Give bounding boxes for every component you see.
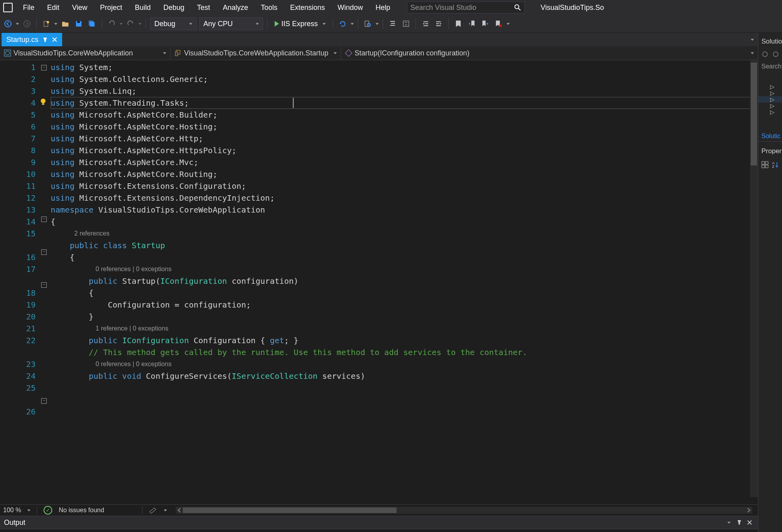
browser-chevron-icon[interactable] [351, 23, 354, 25]
nav-forward-button[interactable] [21, 18, 32, 29]
tree-item[interactable]: ▷ [758, 103, 782, 109]
menu-project[interactable]: Project [95, 2, 128, 13]
lightbulb-icon[interactable] [40, 98, 47, 105]
code-line[interactable]: using System.Threading.Tasks; [51, 97, 758, 109]
find-chevron-icon[interactable] [376, 23, 379, 25]
code-line[interactable]: using Microsoft.AspNetCore.Mvc; [51, 156, 758, 168]
undo-chevron-icon[interactable] [120, 23, 123, 25]
code-line[interactable]: using Microsoft.AspNetCore.Builder; [51, 109, 758, 121]
code-line[interactable]: public IConfiguration Configuration { ge… [51, 334, 758, 346]
fold-column[interactable]: −−−−− [41, 60, 51, 504]
horizontal-scrollbar[interactable] [176, 507, 752, 514]
menu-window[interactable]: Window [332, 2, 368, 13]
code-line[interactable]: public class Startup [51, 239, 758, 251]
prev-bookmark-button[interactable] [466, 18, 477, 29]
search-box[interactable]: Search Visual Studio [407, 2, 525, 13]
toolbar-overflow-chevron-icon[interactable] [507, 23, 510, 25]
code-line[interactable]: using Microsoft.Extensions.Configuration… [51, 180, 758, 192]
code-line[interactable]: // This method gets called by the runtim… [51, 346, 758, 358]
panel-pin-icon[interactable] [735, 518, 744, 527]
code-line[interactable]: using Microsoft.AspNetCore.Http; [51, 133, 758, 144]
menu-help[interactable]: Help [370, 2, 396, 13]
undo-button[interactable] [106, 18, 117, 29]
platform-dropdown[interactable]: Any CPU [199, 17, 263, 30]
code-line[interactable]: public Startup(IConfiguration configurat… [51, 275, 758, 287]
nav-back-button[interactable] [2, 18, 13, 29]
new-file-chevron-icon[interactable] [54, 23, 57, 25]
code-line[interactable]: } [51, 311, 758, 323]
menu-analyze[interactable]: Analyze [217, 2, 254, 13]
code-line[interactable]: using Microsoft.AspNetCore.Hosting; [51, 121, 758, 133]
fold-toggle[interactable]: − [41, 65, 47, 70]
codelens[interactable]: 0 references | 0 exceptions [51, 358, 758, 370]
tree-item[interactable]: ▷ [758, 84, 782, 90]
type-dropdown[interactable]: VisualStudioTips.CoreWebApplication.Star… [171, 46, 341, 60]
menu-build[interactable]: Build [129, 2, 156, 13]
uncomment-button[interactable] [400, 18, 412, 29]
code-line[interactable]: { [51, 251, 758, 263]
bookmark-button[interactable] [453, 18, 464, 29]
fold-toggle[interactable]: − [41, 217, 47, 222]
scroll-left-icon[interactable] [177, 507, 182, 513]
fold-toggle[interactable]: − [41, 282, 47, 288]
highlighter-icon[interactable] [149, 507, 158, 513]
vertical-scrollbar[interactable] [750, 60, 758, 497]
code-line[interactable]: using System.Collections.Generic; [51, 73, 758, 85]
new-file-button[interactable] [41, 18, 52, 29]
find-in-files-button[interactable] [362, 18, 373, 29]
tree-item[interactable]: ▷ [758, 90, 782, 96]
home-button[interactable] [761, 49, 769, 60]
code-line[interactable]: using Microsoft.Extensions.DependencyInj… [51, 192, 758, 204]
code-line[interactable]: Configuration = configuration; [51, 299, 758, 311]
sort-az-button[interactable]: AZ [771, 159, 780, 170]
open-file-button[interactable] [60, 18, 71, 29]
code-line[interactable]: using System.Linq; [51, 85, 758, 97]
solution-search[interactable]: Search [758, 61, 782, 72]
config-dropdown[interactable]: Debug [150, 17, 197, 30]
comment-out-button[interactable] [387, 18, 398, 29]
browser-refresh-button[interactable] [337, 18, 348, 29]
menu-debug[interactable]: Debug [158, 2, 190, 13]
code-line[interactable]: public void ConfigureServices(IServiceCo… [51, 370, 758, 382]
next-bookmark-button[interactable] [480, 18, 491, 29]
highlighter-chevron-icon[interactable] [164, 509, 167, 511]
code-line[interactable]: { [51, 216, 758, 228]
codelens[interactable]: 0 references | 0 exceptions [51, 263, 758, 275]
document-tab-startup[interactable]: Startup.cs [2, 33, 62, 46]
codelens[interactable]: 2 references [51, 228, 758, 239]
indent-right-button[interactable] [433, 18, 444, 29]
refresh-button[interactable] [771, 49, 780, 60]
clear-bookmark-button[interactable] [493, 18, 504, 29]
panel-close-icon[interactable] [745, 518, 754, 527]
close-icon[interactable] [52, 37, 57, 42]
codelens[interactable]: 1 reference | 0 exceptions [51, 323, 758, 334]
solution-explorer-tab[interactable]: Solutic [758, 131, 782, 141]
code-line[interactable]: namespace VisualStudioTips.CoreWebApplic… [51, 204, 758, 216]
issues-label[interactable]: No issues found [59, 507, 104, 514]
zoom-chevron-icon[interactable] [27, 509, 30, 511]
menu-file[interactable]: File [17, 2, 40, 13]
menu-tools[interactable]: Tools [255, 2, 283, 13]
menu-extensions[interactable]: Extensions [285, 2, 330, 13]
tree-item[interactable]: ▷ [758, 109, 782, 115]
pin-icon[interactable] [42, 37, 48, 42]
menu-view[interactable]: View [66, 2, 93, 13]
code-editor[interactable]: 1234567891011121314151617181920212223242… [0, 60, 758, 504]
scroll-right-icon[interactable] [746, 507, 751, 513]
panel-dropdown-icon[interactable] [725, 518, 733, 527]
zoom-level[interactable]: 100 % [3, 507, 21, 514]
run-button[interactable]: IIS Express [271, 20, 329, 28]
member-dropdown[interactable]: Startup(IConfiguration configuration) [341, 46, 758, 60]
code-line[interactable]: using Microsoft.AspNetCore.Routing; [51, 168, 758, 180]
nav-back-chevron-icon[interactable] [16, 23, 19, 25]
menu-test[interactable]: Test [192, 2, 216, 13]
code-line[interactable]: { [51, 287, 758, 299]
project-dropdown[interactable]: VisualStudioTips.CoreWebApplication [0, 46, 171, 60]
tree-item-selected[interactable]: ▷ [758, 96, 782, 103]
redo-chevron-icon[interactable] [139, 23, 142, 25]
tab-overflow-chevron-icon[interactable] [751, 39, 754, 41]
code-line[interactable]: using Microsoft.AspNetCore.HttpsPolicy; [51, 144, 758, 156]
redo-button[interactable] [125, 18, 136, 29]
save-button[interactable] [73, 18, 84, 29]
fold-toggle[interactable]: − [41, 398, 47, 404]
